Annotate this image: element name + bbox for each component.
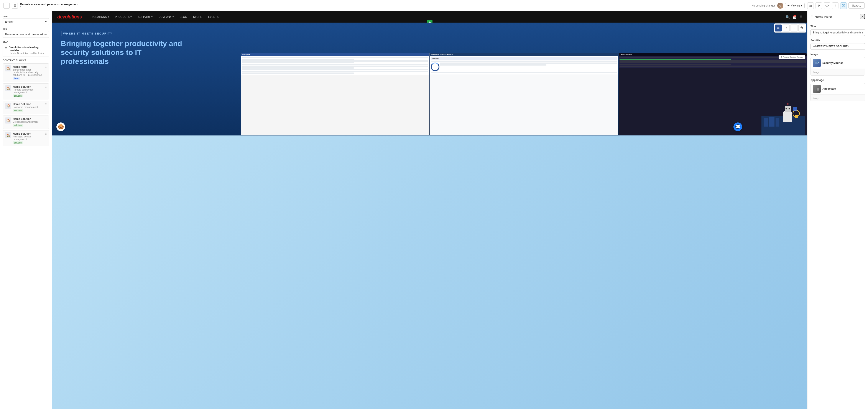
cookie-button[interactable]: 🍪 [56,122,65,131]
svg-rect-11 [795,115,798,118]
svg-point-7 [788,108,790,109]
rp-app-image-more-button[interactable]: ⋯ [859,87,863,91]
viewing-button[interactable]: 👁 Viewing ▾ [785,3,805,8]
block-tag-2: solution [13,109,23,112]
panel-row [620,65,806,67]
top-bar: ← ☰ Remote access and password managemen… [0,0,868,11]
move-up-button[interactable]: ↑ [783,25,790,31]
drag-handle-2[interactable]: ⠿ [45,103,47,106]
svg-rect-4 [783,111,792,122]
nav-item-events[interactable]: EVENTS [205,11,222,23]
lang-select[interactable]: English [3,18,49,25]
svg-rect-2 [769,117,774,126]
app-thumbnail-svg [814,86,819,91]
rp-subtitle-input[interactable] [810,43,865,50]
refresh-button[interactable]: ↻ [815,2,822,9]
nav-items: SOLUTIONS ▾ PRODUCTS ▾ SUPPORT ▾ COMPANY… [89,11,785,23]
nav-item-solutions[interactable]: SOLUTIONS ▾ [89,11,112,23]
main-layout: Lang English Title SEO ≡ Devolutions is … [0,11,868,409]
top-bar-right: ▦ ↻ </> ⋮ ⓘ Save... [807,2,865,9]
drag-handle-4[interactable]: ⠿ [45,132,47,136]
screenshot-panel-2: Dashboard - WINDJAMMER IT 181 Entries [430,53,618,135]
right-panel: ⠿ Home Hero ✕ Title Subtitle Image [807,11,868,409]
drag-handle-1[interactable]: ⠿ [45,85,47,89]
nav-chevron-company: ▾ [173,16,174,19]
rp-app-image-thumbnail [813,85,821,93]
delete-button[interactable]: 🗑 [798,25,805,31]
info-button[interactable]: ⓘ [840,2,847,9]
block-icon-4: 🏠 [5,132,11,138]
rp-subtitle-label: Subtitle [810,39,865,42]
seo-text: Devolutions is a leading provider ... Up… [9,46,47,55]
drag-handle-3[interactable]: ⠿ [45,117,47,121]
title-input[interactable] [3,31,49,38]
robot-svg [762,98,805,135]
panel-row [620,62,806,63]
rp-image-label-row: image [811,69,865,75]
page-title: Remote access and password management [20,3,79,6]
block-desc-3: Credential management [13,120,43,123]
block-item-home-hero[interactable]: 🏠 Home Hero Bringing together productivi… [3,63,49,82]
rp-app-image-name: App image [823,87,857,90]
rp-app-image-row: App image ⋯ [811,83,865,95]
sidebar: Lang English Title SEO ≡ Devolutions is … [0,11,52,409]
chat-button[interactable]: 💬 [734,122,742,131]
nav-item-store[interactable]: STORE [190,11,205,23]
close-panel-button[interactable]: ✕ [860,14,865,19]
drag-handle-icon[interactable]: ⠿ [810,15,813,18]
svg-point-6 [785,108,787,109]
panel-row [620,60,806,62]
block-icon-3: 🏠 [5,117,11,123]
hero-screenshots: Navigation [241,23,807,136]
rp-image-block: M Security Maurice ⋯ image [810,57,865,76]
panel-header-2: Dashboard - WINDJAMMER IT [430,53,618,56]
rp-title-input[interactable] [810,29,865,36]
rp-app-image-alt-text: image [813,97,819,99]
rp-title-field: Title [810,25,865,36]
block-text-3: Home Solution Credential management solu… [13,117,43,127]
rp-image-more-button[interactable]: ⋯ [859,61,863,65]
panel-row [440,62,617,64]
nav-label-solutions: SOLUTIONS [92,16,106,19]
nav-label-support: SUPPORT [138,16,150,19]
panel-row [440,64,547,65]
seo-subtitle: Update Description and No Index [9,52,47,55]
nav-label-store: STORE [193,16,202,19]
move-down-button[interactable]: ↓ [790,25,798,31]
panel-row [242,72,354,74]
block-item-credential-mgmt[interactable]: 🏠 Home Solution Credential management so… [3,116,49,129]
calendar-icon[interactable]: 📅 [793,15,797,19]
grid-icon[interactable]: ⠿ [799,15,802,19]
page-subtitle: / [20,6,79,8]
panel-row [242,71,428,72]
svg-text:M: M [818,61,819,63]
back-button[interactable]: ← [3,3,9,9]
site-logo: devolutions [57,14,82,20]
save-button[interactable]: Save... [848,2,865,9]
drag-handle-0[interactable]: ⠿ [45,65,47,69]
layout-button[interactable]: ▦ [807,2,814,9]
nav-item-blog[interactable]: BLOG [177,11,190,23]
panel-row [242,64,428,65]
nav-item-products[interactable]: PRODUCTS ▾ [112,11,135,23]
nav-item-support[interactable]: SUPPORT ▾ [135,11,156,23]
block-name-3: Home Solution [13,117,43,120]
panel-row [242,67,354,68]
code-button[interactable]: </> [824,2,830,9]
seo-box[interactable]: ≡ Devolutions is a leading provider ... … [3,44,49,56]
right-panel-title: Home Hero [814,15,832,19]
edit-button[interactable]: ✏ [775,25,782,31]
block-item-password-mgmt[interactable]: 🏠 Home Solution Password management solu… [3,101,49,114]
rp-title-label: Title [810,25,865,28]
search-icon[interactable]: 🔍 [785,15,790,19]
hero-subtitle: WHERE IT MEETS SECURITY [61,31,182,36]
nav-item-company[interactable]: COMPANY ▾ [156,11,177,23]
more-button[interactable]: ⋮ [832,2,838,9]
panel-body-1 [241,56,429,75]
block-item-remote-connection[interactable]: 🏠 Home Solution Remote connection manage… [3,83,49,99]
rp-image-label: Image [810,53,865,56]
screenshot-mock: Navigation [241,53,807,136]
title-group: Remote access and password management / [20,3,79,8]
block-tag-3: solution [13,124,23,127]
block-item-privileged-access[interactable]: 🏠 Home Solution Privileged access manage… [3,130,49,146]
